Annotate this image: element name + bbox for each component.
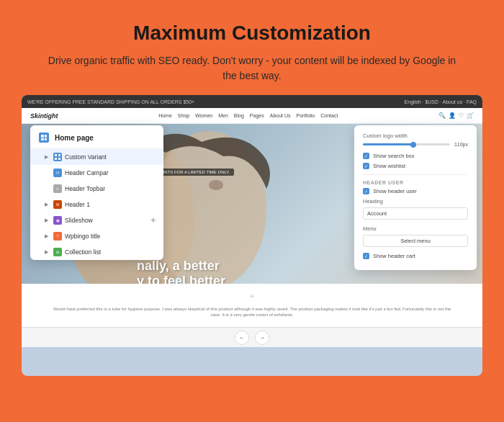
show-wishlist-row: ✓ Show wishlist bbox=[363, 163, 468, 169]
svg-point-3 bbox=[209, 180, 223, 190]
collection-icon: ⊞ bbox=[53, 248, 62, 256]
sidebar-panel: Home page ▶ Custom Variant H Header Camp… bbox=[30, 125, 163, 260]
slider-fill bbox=[363, 143, 415, 145]
checkmark-icon-2: ✓ bbox=[364, 163, 368, 169]
collection-label: Collection list bbox=[65, 248, 156, 256]
header1-expand-icon: ▶ bbox=[45, 202, 50, 207]
nav-links: Home Shop Women Men Blog Pages About Us … bbox=[158, 113, 338, 118]
prev-button[interactable]: ← bbox=[235, 331, 249, 345]
slider-track[interactable] bbox=[363, 143, 450, 145]
website-nav: Skintight Home Shop Women Men Blog Pages… bbox=[22, 108, 482, 124]
wpbingo-label: Wpbingo title bbox=[65, 233, 156, 240]
header-campar-label: Header Campar bbox=[65, 169, 156, 176]
header-section: Maximum Customization Drive organic traf… bbox=[0, 0, 504, 95]
svg-rect-6 bbox=[58, 154, 60, 156]
show-header-user-label: Show header user bbox=[373, 188, 417, 194]
expand-arrow-icon: ▶ bbox=[45, 154, 50, 160]
slider-thumb[interactable] bbox=[410, 142, 416, 148]
show-header-user-checkbox[interactable]: ✓ bbox=[363, 188, 369, 194]
sidebar-header-icon bbox=[39, 133, 49, 143]
screenshot-container: WE'RE OFFERING FREE STANDARD SHIPPING ON… bbox=[22, 95, 482, 376]
sidebar-item-slideshow[interactable]: ▶ ▣ Slideshow 👁 bbox=[30, 212, 163, 228]
show-cart-label: Show header cart bbox=[373, 253, 415, 259]
hero-line-1: nally, a better bbox=[137, 259, 225, 274]
quote-mark: “ bbox=[250, 293, 254, 306]
page-title: Maximum Customization bbox=[43, 22, 461, 45]
custom-variant-label: Custom Variant bbox=[65, 153, 156, 161]
next-button[interactable]: → bbox=[255, 331, 269, 345]
checkmark-icon-3: ✓ bbox=[364, 189, 368, 194]
header1-icon: M bbox=[53, 200, 62, 209]
header-topbar-label: Header Topbar bbox=[65, 185, 156, 192]
heading-row: Heading bbox=[363, 198, 468, 220]
bottom-navigation: ← → bbox=[22, 327, 482, 347]
wpbingo-icon: T bbox=[53, 232, 62, 241]
custom-variant-icon bbox=[53, 153, 62, 161]
svg-rect-7 bbox=[55, 158, 57, 160]
menu-field-label: Menu bbox=[363, 225, 468, 232]
sidebar-item-header-campar[interactable]: H Header Campar bbox=[30, 165, 163, 181]
show-cart-row: ✓ Show header cart bbox=[363, 253, 468, 259]
show-header-user-row: ✓ Show header user bbox=[363, 188, 468, 194]
announcement-bar: WE'RE OFFERING FREE STANDARD SHIPPING ON… bbox=[22, 95, 482, 108]
logo-width-label: Custom logo width bbox=[363, 133, 468, 139]
slideshow-expand-icon: ▶ bbox=[45, 217, 50, 223]
right-links: English · $USD · About us · FAQ bbox=[405, 99, 477, 104]
user-icon: 👤 bbox=[449, 112, 456, 119]
header-topbar-icon: ≡ bbox=[53, 184, 62, 193]
svg-rect-5 bbox=[55, 154, 57, 156]
sidebar-item-header-topbar[interactable]: ≡ Header Topbar bbox=[30, 181, 163, 197]
wpbingo-expand-icon: ▶ bbox=[45, 233, 50, 239]
sidebar-item-collection[interactable]: ▶ ⊞ Collection list bbox=[30, 244, 163, 260]
show-wishlist-checkbox[interactable]: ✓ bbox=[363, 163, 369, 169]
sidebar-header: Home page bbox=[30, 125, 163, 149]
slideshow-label: Slideshow bbox=[65, 217, 148, 224]
heart-icon: ♡ bbox=[459, 112, 464, 119]
divider-1 bbox=[363, 174, 468, 175]
settings-panel: Custom logo width 110px ✓ Show search bo… bbox=[354, 125, 477, 270]
nav-action-icons: 🔍 👤 ♡ 🛒 bbox=[438, 112, 474, 119]
svg-rect-8 bbox=[58, 158, 60, 160]
show-search-checkbox[interactable]: ✓ bbox=[363, 153, 369, 159]
heading-field-label: Heading bbox=[363, 198, 468, 205]
nav-logo: Skintight bbox=[30, 112, 58, 120]
show-cart-checkbox[interactable]: ✓ bbox=[363, 253, 369, 259]
slider-container: 110px bbox=[363, 142, 468, 147]
header1-label: Header 1 bbox=[65, 201, 156, 208]
checkmark-icon-4: ✓ bbox=[364, 253, 368, 259]
show-search-row: ✓ Show search box bbox=[363, 153, 468, 159]
quote-section: “ Would have preferred this in a tube fo… bbox=[22, 284, 482, 327]
menu-row: Menu Select menu bbox=[363, 225, 468, 247]
menu-select-button[interactable]: Select menu bbox=[363, 235, 468, 247]
checkmark-icon: ✓ bbox=[364, 153, 368, 158]
page-subtitle: Drive organic traffic with SEO ready. Do… bbox=[43, 53, 461, 84]
show-wishlist-label: Show wishlist bbox=[373, 163, 405, 169]
cart-icon: 🛒 bbox=[467, 112, 474, 119]
heading-input[interactable] bbox=[363, 207, 468, 220]
slider-value: 110px bbox=[454, 142, 468, 147]
sidebar-item-header1[interactable]: ▶ M Header 1 bbox=[30, 197, 163, 212]
announcement-text: WE'RE OFFERING FREE STANDARD SHIPPING ON… bbox=[27, 99, 194, 104]
header-user-section-label: HEADER USER bbox=[363, 180, 468, 185]
sidebar-title: Home page bbox=[55, 134, 94, 142]
header-campar-icon: H bbox=[53, 169, 62, 177]
search-icon: 🔍 bbox=[438, 112, 446, 119]
logo-width-row: Custom logo width 110px bbox=[363, 133, 468, 147]
eye-icon[interactable]: 👁 bbox=[150, 217, 156, 224]
sidebar-item-wpbingo[interactable]: ▶ T Wpbingo title bbox=[30, 228, 163, 244]
quote-text: Would have preferred this in a tube for … bbox=[50, 306, 454, 318]
collection-expand-icon: ▶ bbox=[45, 249, 50, 255]
slideshow-icon: ▣ bbox=[53, 216, 62, 225]
show-search-label: Show search box bbox=[373, 153, 415, 159]
sidebar-item-custom-variant[interactable]: ▶ Custom Variant bbox=[30, 149, 163, 165]
